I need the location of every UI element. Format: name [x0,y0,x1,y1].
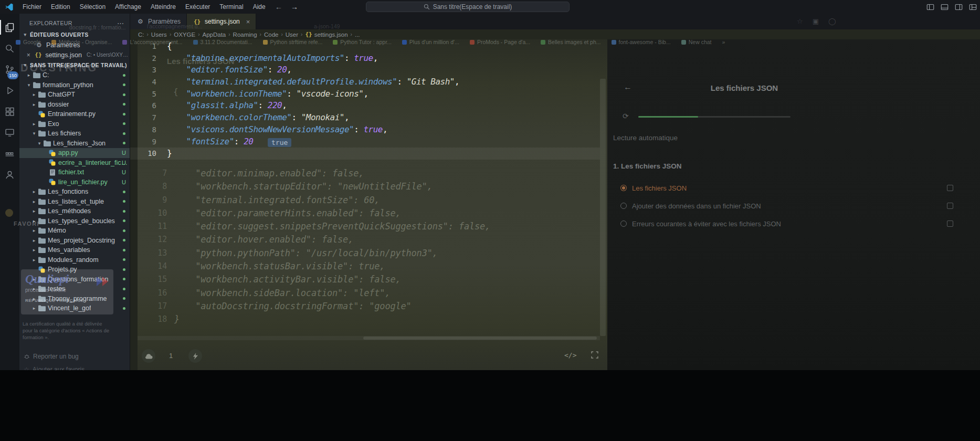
extensions-icon[interactable] [0,101,19,122]
breadcrumb-item-roaming[interactable]: Roaming [233,32,257,38]
breadcrumb-item-settings-json[interactable]: {}settings.json [305,31,347,38]
menu-aide[interactable]: Aide [248,0,270,14]
tree-item-mes-projets-docstring[interactable]: ▸Mes_projets_Docstring [19,236,130,246]
tree-item-les-m-thodes[interactable]: ▸Les_méthodes [19,206,130,216]
tree-item-questions-formation[interactable]: ▸Questions_formation [19,275,130,285]
chevron-right-icon: ▸ [31,306,37,311]
code-line-5[interactable]: 5 "workbench.iconTheme": "vscode-icons", [130,88,607,100]
search-view-icon[interactable] [0,38,19,59]
tree-item-fichier-txt[interactable]: fichier.txtU [19,167,130,177]
toggle-secondary-sidebar-icon[interactable] [955,4,963,10]
breadcrumb-item-oxyge[interactable]: OXYGE [174,32,195,38]
tree-item-les-listes-et-tuple[interactable]: ▸Les_listes_et_tuple [19,197,130,207]
tree-item-les-fonctions[interactable]: ▸Les_fonctions [19,187,130,197]
tab-param-tres[interactable]: ⚙Paramètres [130,14,187,29]
explorer-icon[interactable] [0,17,19,38]
menu-fichier[interactable]: Fichier [18,0,46,14]
tree-item-lire-un-fichier-py[interactable]: lire_un_fichier.pyU [19,177,130,187]
code-line-10[interactable]: 10} [130,148,607,160]
tree-item-thonny-programme[interactable]: ▸Thonny_programme [19,294,130,304]
tree-item-label: testes [48,285,65,292]
tree-item-entrainement-py[interactable]: Entrainement.py [19,109,130,119]
tree-item-testes[interactable]: ▸testes [19,284,130,294]
modified-dot-icon [123,278,125,280]
close-icon[interactable]: × [26,51,31,59]
tree-item-ecrire-a-linterieur-fichie[interactable]: ecrire_a_linterieur_fichie...U [19,158,130,168]
views-more-icon[interactable]: ⋯ [117,19,124,27]
menu-terminal[interactable]: Terminal [215,0,248,14]
tree-item-les-types-de-boucles[interactable]: ▸Les_types_de_boucles [19,216,130,226]
tree-item-c[interactable]: ▸C: [19,70,130,80]
code-line-4[interactable]: 4 "terminal.integrated.defaultProfile.wi… [130,76,607,88]
tree-item-vincent-le-gof[interactable]: ▸Vincent_le_gof [19,303,130,313]
tab-label: settings.json [205,18,240,25]
workbench: 150 EXPLORATEUR ⋯ [0,14,980,370]
tree-item-projets-py[interactable]: Projets.py [19,265,130,275]
code-editor[interactable]: 1{2 "tabnine.experimentalAutoImports": t… [130,40,607,160]
open-editor-param-tres[interactable]: ⚙Paramètres [19,40,130,50]
customize-layout-icon[interactable] [969,4,977,10]
workspace-header[interactable]: ▾ SANS TITRE(ESPACE DE TRAVAIL) [19,60,130,70]
ghost-line-number: 13 [130,247,167,260]
tree-item-chatgpt[interactable]: ▸ChatGPT [19,90,130,100]
tree-item-dossier[interactable]: ▸dossier [19,100,130,110]
breadcrumb-item-appdata[interactable]: AppData [202,32,226,38]
remote-explorer-icon[interactable] [0,122,19,143]
tree-item-formation-python[interactable]: ▾formation_python [19,80,130,90]
menu-atteindre[interactable]: Atteindre [146,0,181,14]
code-line-8[interactable]: 8 "vsicons.dontShowNewVersionMessage": t… [130,124,607,136]
breadcrumb-label: Code [264,32,279,38]
menu-ex-cuter[interactable]: Exécuter [181,0,215,14]
code-line-9[interactable]: 9 "fontSize": 20 [130,136,607,148]
tree-item-mes-variables[interactable]: ▸Mes_variables [19,245,130,255]
vscode-logo-icon [5,3,14,12]
docker-icon[interactable] [0,143,19,164]
chevron-down-icon: ▾ [22,62,28,68]
open-editor-settings-json[interactable]: ×{}settings.jsonC: • Users\OXYGE\... [19,50,130,60]
breadcrumb-item-c[interactable]: C: [138,32,144,38]
open-editors-header[interactable]: ▾ ÉDITEURS OUVERTS [19,29,130,40]
line-number: 6 [130,100,165,112]
code-line-7[interactable]: 7 "workbench.colorTheme": "Monokai", [130,112,607,124]
source-control-icon[interactable]: 150 [0,59,19,80]
forward-arrow-icon[interactable]: → [291,3,298,11]
breadcrumb-item-[interactable]: ... [355,32,360,38]
ghost-line-number: 15 [130,273,167,286]
ghost-certification-caption: La certification qualité a été délivrée … [23,321,113,341]
breadcrumb-separator: › [260,32,261,37]
tree-item-app-py[interactable]: app.pyU [19,148,130,158]
run-debug-icon[interactable] [0,80,19,101]
back-arrow-icon[interactable]: ← [275,3,282,11]
tree-item-les-fichiers[interactable]: ▾Les fichiers [19,129,130,139]
tree-item-label: C: [43,71,49,79]
code-line-2[interactable]: 2 "tabnine.experimentalAutoImports": tru… [130,52,607,65]
code-line-6[interactable]: 6 "glassit.alpha": 220, [130,100,607,112]
tree-item-exo[interactable]: ▸Exo [19,119,130,129]
menu-affichage[interactable]: Affichage [110,0,146,14]
modified-dot-icon [123,200,125,203]
breadcrumb-item-code[interactable]: Code [264,32,279,38]
breadcrumb-item-users[interactable]: Users [151,32,167,38]
folder-icon [37,305,46,311]
breadcrumb-item-user[interactable]: User [286,32,298,38]
account-icon[interactable] [0,164,19,185]
tree-item-les-fichiers-json[interactable]: ▾Les_fichiers_Json [19,139,130,149]
tree-item-m-mo[interactable]: ▸Mémo [19,226,130,236]
tree-item-modules-random[interactable]: ▸Modules_random [19,255,130,265]
modified-dot-icon [123,74,125,77]
toggle-panel-icon[interactable] [941,4,949,10]
toggle-sidebar-icon[interactable] [926,4,934,10]
command-center-search[interactable]: Sans titre(Espace de travail) [366,2,570,12]
ghost-code-line-17: 17 "autoDocstring.docstringFormat": "goo… [130,300,607,313]
modified-dot-icon [123,239,125,242]
code-line-1[interactable]: 1{ [130,40,607,52]
close-icon[interactable]: × [246,18,250,26]
desktop-background [0,370,980,441]
tab-settings-json[interactable]: {}settings.json× [187,14,256,29]
line-number: 2 [130,52,165,65]
code-line-3[interactable]: 3 "editor.fontSize": 20, [130,64,607,76]
chevron-right-icon: ▸ [31,228,37,233]
file-py-icon [48,159,57,166]
menu-edition[interactable]: Edition [46,0,75,14]
menu-s-lection[interactable]: Sélection [75,0,110,14]
